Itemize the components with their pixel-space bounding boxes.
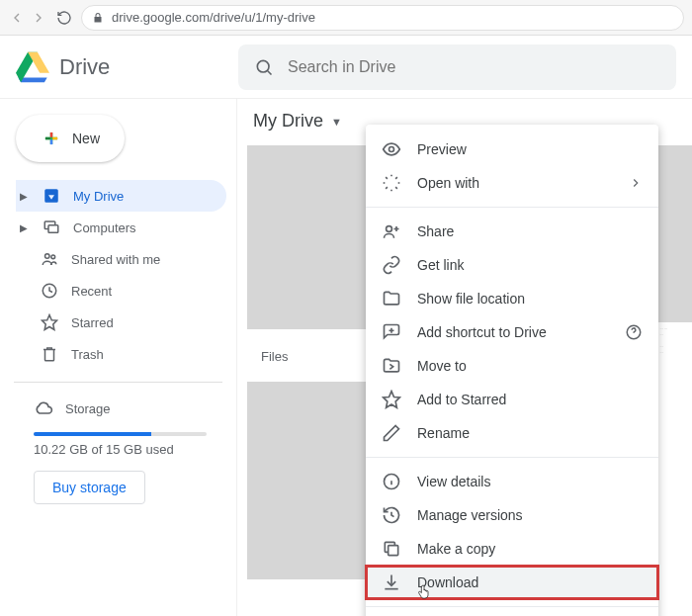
- ctx-get-link[interactable]: Get link: [366, 248, 658, 282]
- ctx-label: Preview: [417, 141, 467, 157]
- sidebar-item-recent[interactable]: Recent: [16, 275, 226, 307]
- shared-icon: [40, 250, 59, 268]
- ctx-label: Add to Starred: [417, 392, 506, 407]
- drive-icon: [42, 187, 61, 205]
- new-button-label: New: [72, 131, 100, 146]
- new-button[interactable]: New: [16, 115, 125, 162]
- svg-rect-20: [389, 546, 398, 556]
- search-input[interactable]: [288, 58, 660, 76]
- chevron-right-icon: [629, 176, 643, 190]
- svg-point-9: [387, 226, 392, 232]
- ctx-label: Show file location: [417, 291, 525, 307]
- ctx-add-shortcut[interactable]: Add shortcut to Drive: [366, 315, 658, 349]
- ctx-label: Get link: [417, 257, 464, 273]
- svg-marker-16: [384, 392, 400, 408]
- ctx-label: Rename: [417, 425, 470, 441]
- rename-icon: [382, 423, 401, 443]
- history-icon: [382, 505, 401, 525]
- sidebar-item-storage[interactable]: Storage: [10, 395, 226, 422]
- browser-toolbar: drive.google.com/drive/u/1/my-drive: [0, 0, 692, 36]
- separator: [366, 207, 658, 208]
- sidebar-item-label: My Drive: [73, 189, 124, 204]
- breadcrumb-label: My Drive: [253, 111, 323, 132]
- ctx-preview[interactable]: Preview: [366, 132, 658, 166]
- ctx-label: Manage versions: [417, 507, 523, 523]
- ctx-rename[interactable]: Rename: [366, 416, 658, 450]
- divider: [14, 382, 222, 383]
- folder-icon: [382, 289, 401, 308]
- back-button[interactable]: [8, 9, 26, 27]
- ctx-move-to[interactable]: Move to: [366, 349, 658, 383]
- ctx-label: Open with: [417, 175, 479, 191]
- ctx-label: Add shortcut to Drive: [417, 324, 547, 340]
- sidebar-item-my-drive[interactable]: ▶ My Drive: [16, 180, 226, 212]
- ctx-label: Make a copy: [417, 541, 495, 557]
- move-icon: [382, 356, 401, 376]
- product-name: Drive: [59, 54, 110, 80]
- computers-icon: [42, 219, 61, 236]
- sidebar-item-label: Shared with me: [71, 252, 160, 267]
- ctx-share[interactable]: Share: [366, 215, 658, 248]
- drive-logo[interactable]: Drive: [16, 50, 238, 84]
- eye-icon: [382, 139, 401, 159]
- star-icon: [382, 390, 401, 409]
- storage-usage-text: 10.22 GB of 15 GB used: [10, 442, 226, 457]
- storage-bar: [34, 432, 207, 436]
- svg-point-4: [45, 254, 50, 259]
- drive-logo-icon: [16, 50, 49, 84]
- svg-point-8: [389, 147, 394, 152]
- ctx-label: Move to: [417, 358, 467, 374]
- plus-icon: [41, 128, 62, 149]
- svg-point-0: [257, 60, 269, 72]
- copy-icon: [382, 539, 401, 559]
- sidebar-item-trash[interactable]: Trash: [16, 338, 226, 370]
- sidebar-item-label: Computers: [73, 220, 136, 235]
- sidebar-item-label: Trash: [71, 347, 104, 362]
- ctx-open-with[interactable]: Open with: [366, 166, 658, 200]
- shortcut-icon: [382, 322, 401, 342]
- separator: [366, 606, 658, 607]
- svg-point-5: [51, 255, 55, 259]
- context-menu: Preview Open with Share Get link Show fi…: [366, 125, 658, 616]
- reload-button[interactable]: [55, 9, 73, 27]
- search-icon: [254, 57, 274, 77]
- svg-line-1: [268, 70, 272, 74]
- svg-rect-3: [48, 225, 58, 233]
- info-icon: [382, 472, 401, 491]
- cursor-icon: [416, 583, 432, 601]
- sidebar-item-computers[interactable]: ▶ Computers: [16, 212, 226, 243]
- person-add-icon: [382, 221, 401, 241]
- ctx-label: View details: [417, 474, 490, 489]
- help-icon[interactable]: [625, 323, 643, 341]
- ctx-show-location[interactable]: Show file location: [366, 282, 658, 315]
- ctx-add-starred[interactable]: Add to Starred: [366, 383, 658, 416]
- forward-button[interactable]: [30, 9, 47, 27]
- url-text: drive.google.com/drive/u/1/my-drive: [112, 10, 315, 25]
- ctx-download[interactable]: Download: [366, 566, 658, 599]
- link-icon: [382, 255, 401, 275]
- trash-icon: [40, 345, 59, 363]
- buy-storage-button[interactable]: Buy storage: [34, 471, 145, 504]
- recent-icon: [40, 282, 59, 300]
- ctx-label: Share: [417, 223, 454, 239]
- sidebar-item-label: Recent: [71, 284, 112, 299]
- separator: [366, 457, 658, 458]
- address-bar[interactable]: drive.google.com/drive/u/1/my-drive: [81, 5, 684, 31]
- sidebar-item-starred[interactable]: Starred: [16, 307, 226, 338]
- caret-icon: ▶: [20, 222, 30, 233]
- open-with-icon: [382, 173, 401, 193]
- caret-icon: ▶: [20, 191, 30, 202]
- star-icon: [40, 313, 59, 331]
- ctx-view-details[interactable]: View details: [366, 465, 658, 498]
- download-icon: [382, 572, 401, 592]
- svg-marker-7: [43, 315, 57, 330]
- app-header: Drive: [0, 36, 692, 99]
- ctx-make-copy[interactable]: Make a copy: [366, 532, 658, 566]
- search-box[interactable]: [238, 44, 676, 90]
- sidebar: New ▶ My Drive ▶ Computers Shared with m…: [0, 99, 237, 616]
- storage-label: Storage: [65, 401, 111, 416]
- sidebar-item-shared[interactable]: Shared with me: [16, 243, 226, 275]
- cloud-icon: [34, 398, 53, 418]
- ctx-manage-versions[interactable]: Manage versions: [366, 498, 658, 532]
- sidebar-item-label: Starred: [71, 315, 114, 330]
